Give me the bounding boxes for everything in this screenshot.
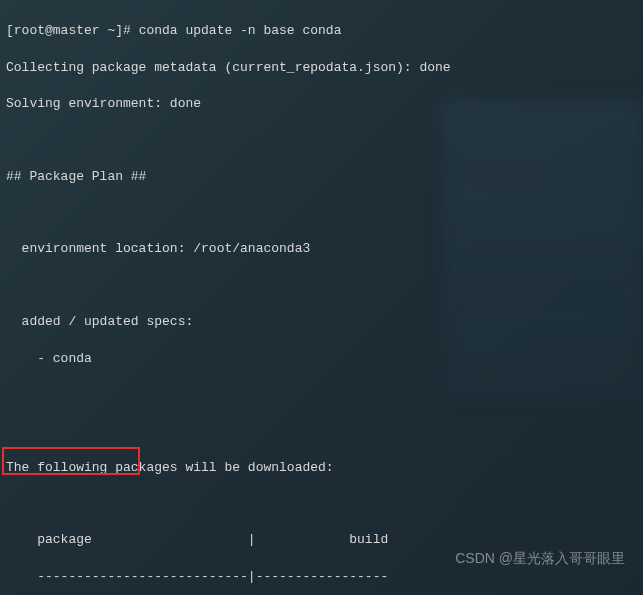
shell-prompt: [root@master ~]# bbox=[6, 23, 139, 38]
table-header: package | build bbox=[6, 531, 637, 549]
output-line: Solving environment: done bbox=[6, 95, 637, 113]
blank-line bbox=[6, 422, 637, 440]
blank-line bbox=[6, 277, 637, 295]
blank-line bbox=[6, 386, 637, 404]
output-line: Collecting package metadata (current_rep… bbox=[6, 59, 637, 77]
output-line: environment location: /root/anaconda3 bbox=[6, 240, 637, 258]
blank-line bbox=[6, 495, 637, 513]
table-divider: ---------------------------|------------… bbox=[6, 568, 637, 586]
section-heading: The following packages will be downloade… bbox=[6, 459, 637, 477]
output-line: - conda bbox=[6, 350, 637, 368]
section-heading: ## Package Plan ## bbox=[6, 168, 637, 186]
command-text: conda update -n base conda bbox=[139, 23, 342, 38]
watermark-text: CSDN @星光落入哥哥眼里 bbox=[455, 549, 625, 569]
output-line: added / updated specs: bbox=[6, 313, 637, 331]
blank-line bbox=[6, 131, 637, 149]
blank-line bbox=[6, 204, 637, 222]
terminal-output: [root@master ~]# conda update -n base co… bbox=[6, 4, 637, 595]
shell-line: [root@master ~]# conda update -n base co… bbox=[6, 22, 637, 40]
